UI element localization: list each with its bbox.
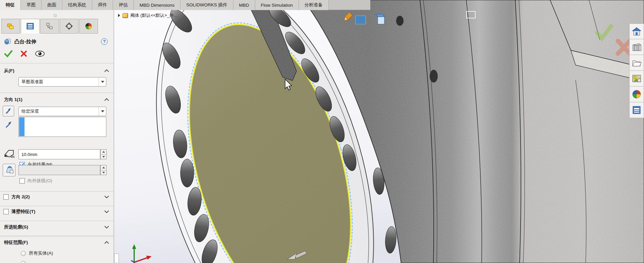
part-tree-label[interactable]: 阀体 (默认<<默认>_外... [130,12,177,18]
cancel-x-icon[interactable] [20,50,28,57]
feature-scope-label[interactable]: 特征范围(F) [4,240,28,246]
flyout-feature-tree[interactable]: 阀体 (默认<<默认>_外... [118,12,177,19]
thin-feature-section: 薄壁特征(T) [3,209,35,215]
all-bodies-option: 所有实体(A) [21,250,53,256]
manager-pane-tabs [1,19,99,34]
tab-surfaces[interactable]: 曲面 [42,0,62,10]
direction-arrow-icon [5,121,13,129]
dimxpert-icon[interactable] [60,19,78,34]
selection-highlight [19,117,24,136]
spin-up-icon [101,165,106,170]
all-bodies-radio[interactable] [21,251,26,256]
cancel-x-icon[interactable] [618,41,630,54]
thin-feature-label[interactable]: 薄壁特征(T) [11,209,35,215]
depth-icon: D1 [3,147,16,158]
selection-box-icon [466,10,478,20]
tab-mbd[interactable]: MBD [233,0,255,10]
chevron-down-icon[interactable] [104,195,109,198]
direction2-checkbox[interactable] [3,194,9,200]
solidworks-window: 特征 草图 曲面 结构系统 焊件 评估 MBD Dimensions SOLID… [0,0,644,263]
appearances-icon[interactable] [629,87,644,102]
spin-up-icon[interactable] [101,150,106,154]
chevron-up-icon[interactable] [104,98,109,101]
property-manager-panel: 凸台-拉伸 ? 从(F) 草图基准面 方向 1(1) [0,10,114,263]
tab-sketch[interactable]: 草图 [21,0,42,10]
viewport-overlay-icons [342,10,396,27]
depth-spinner[interactable] [100,149,107,159]
draft-outward-label: 向外拔模(O) [28,178,52,184]
confirm-check-icon[interactable] [597,26,611,38]
model-viewport[interactable] [114,0,644,263]
direction2-label[interactable]: 方向 2(2) [11,194,30,200]
thin-feature-checkbox[interactable] [3,209,9,214]
chevron-up-icon[interactable] [104,241,109,244]
draft-outward-checkbox[interactable] [19,178,25,183]
reverse-direction-button[interactable] [3,106,14,116]
chevron-down-icon[interactable] [99,107,106,116]
tree-expander-icon[interactable] [118,14,120,17]
draft-outward-row: 向外拔模(O) [19,178,52,184]
chevron-up-icon[interactable] [104,69,109,72]
spin-down-icon [101,170,106,175]
tab-flow-simulation[interactable]: Flow Simulation [255,0,299,10]
start-condition-value: 草图基准面 [19,79,99,85]
chevron-down-icon[interactable] [104,225,109,228]
file-explorer-icon[interactable] [629,55,644,71]
preview-eye-icon[interactable] [35,50,45,57]
all-bodies-label: 所有实体(A) [29,250,53,256]
display-manager-icon[interactable] [79,19,98,34]
home-icon[interactable] [629,23,644,39]
pane-splitter-nub[interactable] [114,254,119,263]
featuremanager-tree-icon[interactable] [1,19,20,34]
selected-bodies-option [21,261,26,263]
chevron-down-icon[interactable] [99,77,106,86]
panel-resize-handle[interactable] [54,14,57,17]
propertymanager-icon[interactable] [21,19,40,34]
extrude-box-icon[interactable] [376,14,384,24]
tab-features[interactable]: 特征 [0,0,21,10]
tab-analysis-preparation[interactable]: 分析准备 [299,0,329,10]
selected-bodies-radio[interactable] [21,261,26,263]
help-icon[interactable]: ? [101,38,108,45]
tab-structure-system[interactable]: 结构系统 [62,0,92,10]
custom-properties-icon[interactable] [629,102,644,118]
depth-input[interactable]: 10.0mm [18,149,100,159]
feature-title-text: 凸台-拉伸 [14,39,36,45]
design-library-icon[interactable] [629,39,644,55]
depth-value: 10.0mm [21,152,37,157]
boss-extrude-icon [4,38,11,45]
end-condition-dropdown[interactable]: 给定深度 [18,107,106,116]
feature-title: 凸台-拉伸 [4,38,36,45]
draft-angle-spinner [100,165,107,175]
tab-evaluate[interactable]: 评估 [113,0,134,10]
pm-action-bar [4,50,45,58]
tab-mbd-dimensions[interactable]: MBD Dimensions [134,0,180,10]
sketch-square-icon[interactable] [356,16,366,24]
draft-angle-input [18,165,100,175]
tab-weldments[interactable]: 焊件 [92,0,113,10]
draft-button[interactable] [3,164,15,176]
edit-pencil-icon[interactable] [343,12,353,22]
ribbon-tab-bar: 特征 草图 曲面 结构系统 焊件 评估 MBD Dimensions SOLID… [0,0,370,10]
ok-check-icon[interactable] [4,50,13,58]
task-pane-toolbar [629,23,644,118]
selected-contours-label[interactable]: 所选轮廓(S) [4,224,28,230]
configurations-icon[interactable] [40,19,59,34]
tab-addins[interactable]: SOLIDWORKS 插件 [180,0,233,10]
svg-text:D1: D1 [11,155,15,158]
direction1-section-label[interactable]: 方向 1(1) [4,97,22,103]
direction2-section: 方向 2(2) [3,194,30,200]
chevron-down-icon[interactable] [104,210,109,213]
view-palette-icon[interactable] [629,71,644,87]
end-condition-value: 给定深度 [19,108,99,114]
from-section-label[interactable]: 从(F) [4,68,14,74]
spin-down-icon[interactable] [101,154,106,159]
start-condition-dropdown[interactable]: 草图基准面 [18,77,106,87]
direction-reference-listbox[interactable] [18,117,106,137]
part-icon [122,13,128,18]
